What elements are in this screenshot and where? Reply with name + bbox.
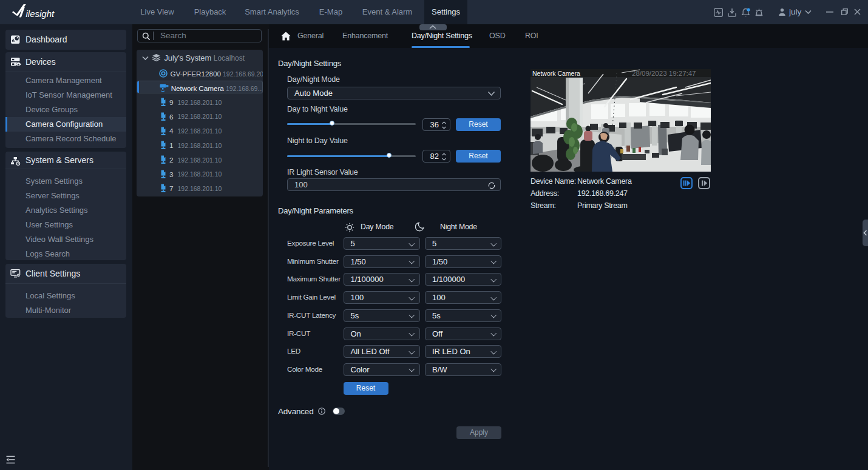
- svg-text:Network Camera: Network Camera: [532, 70, 580, 77]
- svg-text:28/09/2023 19:27:47: 28/09/2023 19:27:47: [632, 70, 696, 77]
- svg-text:ilesight: ilesight: [26, 8, 55, 19]
